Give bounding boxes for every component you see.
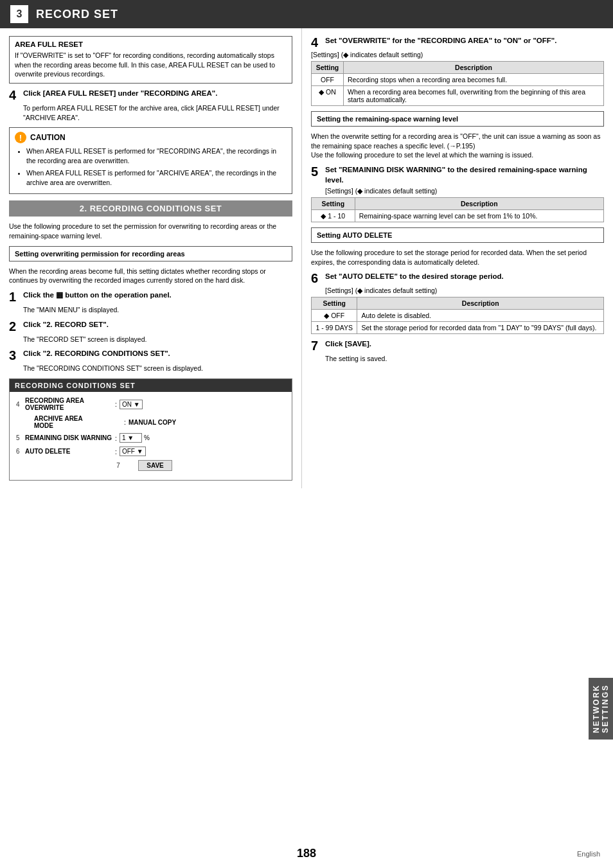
table-row-on: ◆ ON When a recording area becomes full,… (312, 86, 604, 106)
section2-header: 2. RECORDING CONDITIONS SET (9, 200, 292, 217)
step3-num: 3 (9, 349, 19, 362)
caution-header: ! CAUTION (15, 132, 287, 143)
step3-desc: The "RECORDING CONDITIONS SET" screen is… (23, 364, 292, 373)
label-archive-area: ARCHIVE AREA (34, 415, 124, 422)
caution-list: When AREA FULL RESET is performed for "R… (15, 146, 287, 187)
table-row-1-10: ◆ 1 - 10 Remaining-space warning level c… (312, 210, 604, 222)
step7-header: 7 Click [SAVE]. (311, 339, 604, 352)
step1-header: 1 Click the ▦ button on the operation pa… (9, 290, 292, 303)
label-autodelete: AUTO DELETE (25, 448, 115, 455)
step1-desc: The "MAIN MENU" is displayed. (23, 305, 292, 315)
screenshot-header: RECORDING CONDITIONS SET (10, 379, 292, 392)
subsection-autodelete-body: Use the following procedure to set the s… (311, 248, 604, 267)
page-number: 188 (297, 847, 316, 860)
step5-header: 5 Set "REMAINING DISK WARNING" to the de… (311, 165, 604, 185)
remaining-suffix: % (144, 434, 150, 441)
remaining-select[interactable]: 1 ▼ (120, 433, 142, 443)
row-num-6: 6 (16, 448, 25, 455)
step4-right-title: Set "OVERWRITE" for the "RECORDING AREA"… (325, 36, 557, 46)
caution-icon: ! (15, 132, 26, 143)
step6-note: [Settings] (◆ indicates default setting) (325, 287, 604, 294)
chapter-number: 3 (10, 5, 28, 23)
step7: 7 Click [SAVE]. The setting is saved. (311, 339, 604, 364)
label-overwrite: OVERWRITE (25, 404, 115, 411)
step6-table: Setting Description ◆ OFF Auto delete is… (311, 297, 604, 334)
step7-num: 7 (311, 339, 321, 352)
colon-autodelete: : (115, 448, 117, 456)
colon-remaining: : (115, 434, 117, 442)
setting-1-10: ◆ 1 - 10 (312, 210, 355, 222)
step4-left-title: Click [AREA FULL RESET] under "RECORDING… (23, 89, 217, 99)
screenshot-body: 4 RECORDING AREA OVERWRITE : ON ▼ ARCHIV… (10, 392, 292, 480)
step1-title: Click the ▦ button on the operation pane… (23, 290, 172, 301)
step4-right-header: 4 Set "OVERWRITE" for the "RECORDING ARE… (311, 36, 604, 49)
desc-on: When a recording area becomes full, over… (344, 86, 604, 106)
screenshot-row-remaining: 5 REMAINING DISK WARNING : 1 ▼ % (16, 433, 285, 443)
subsection-remaining-title: Setting the remaining-space warning leve… (317, 115, 598, 123)
subsection-remaining-body: When the overwrite setting for a recordi… (311, 132, 604, 160)
colon-overwrite: : (115, 400, 117, 408)
caution-box: ! CAUTION When AREA FULL RESET is perfor… (9, 127, 292, 194)
subsection-autodelete-title: Setting AUTO DELETE (317, 231, 598, 239)
page-header: 3 RECORD SET (0, 0, 613, 28)
step3-title: Click "2. RECORDING CONDITIONS SET". (23, 349, 170, 359)
language-label: English (577, 850, 600, 858)
area-full-reset-body: If "OVERWRITE" is set to "OFF" for recor… (15, 51, 287, 79)
row-num-4: 4 (16, 401, 25, 408)
autodelete-select[interactable]: OFF ▼ (120, 447, 146, 456)
label-mode: MODE (34, 422, 124, 429)
step4-right-num: 4 (311, 36, 321, 49)
step4-left-num: 4 (9, 89, 19, 102)
desc-days: Set the storage period for recorded data… (357, 322, 604, 334)
screenshot-row-autodelete: 6 AUTO DELETE : OFF ▼ (16, 447, 285, 456)
caution-item-1: When AREA FULL RESET is performed for "R… (26, 146, 287, 165)
step1-num: 1 (9, 290, 19, 303)
caution-title: CAUTION (30, 133, 66, 142)
step5-title: Set "REMAINING DISK WARNING" to the desi… (325, 165, 604, 185)
label-recording-area: RECORDING AREA (25, 397, 115, 404)
desc-off-delete: Auto delete is disabled. (357, 310, 604, 322)
colon-archive: : (124, 418, 126, 426)
subsection-remaining-box: Setting the remaining-space warning leve… (311, 111, 604, 127)
step5-note: [Settings] (◆ indicates default setting) (325, 187, 604, 195)
subsection-overwrite-body: When the recording areas become full, th… (9, 267, 292, 285)
step7-desc: The setting is saved. (325, 354, 604, 364)
right-column: 4 Set "OVERWRITE" for the "RECORDING ARE… (302, 28, 613, 488)
setting-on: ◆ ON (312, 86, 344, 106)
setting-off: OFF (312, 74, 344, 86)
area-full-reset-title: AREA FULL RESET (15, 40, 287, 48)
step5-num: 5 (311, 165, 321, 178)
desc-off: Recording stops when a recording area be… (344, 74, 604, 86)
th-setting-2: Setting (312, 198, 355, 210)
step6-num: 6 (311, 272, 321, 285)
step4-left-desc: To perform AREA FULL RESET for the archi… (23, 103, 292, 122)
table-row-days: 1 - 99 DAYS Set the storage period for r… (312, 322, 604, 334)
step3-header: 3 Click "2. RECORDING CONDITIONS SET". (9, 349, 292, 362)
table-row-off-delete: ◆ OFF Auto delete is disabled. (312, 310, 604, 322)
desc-1-10: Remaining-space warning level can be set… (355, 210, 603, 222)
step3: 3 Click "2. RECORDING CONDITIONS SET". T… (9, 349, 292, 373)
step5-table: Setting Description ◆ 1 - 10 Remaining-s… (311, 197, 604, 222)
overwrite-select[interactable]: ON ▼ (120, 400, 143, 409)
subsection-autodelete-box: Setting AUTO DELETE (311, 227, 604, 243)
section2-intro: Use the following procedure to set the p… (9, 222, 292, 240)
step4-right-note: [Settings] (◆ indicates default setting) (311, 51, 604, 58)
main-content: AREA FULL RESET If "OVERWRITE" is set to… (0, 28, 613, 488)
label-remaining: REMAINING DISK WARNING (25, 434, 115, 441)
archive-value: MANUAL COPY (129, 419, 176, 426)
step2-header: 2 Click "2. RECORD SET". (9, 320, 292, 333)
subsection-overwrite-box: Setting overwriting permission for recor… (9, 246, 292, 261)
row-num-7: 7 (116, 462, 125, 469)
step2-title: Click "2. RECORD SET". (23, 320, 109, 330)
th-setting-1: Setting (312, 62, 344, 74)
caution-item-2: When AREA FULL RESET is performed for "A… (26, 168, 287, 187)
step2: 2 Click "2. RECORD SET". The "RECORD SET… (9, 320, 292, 344)
th-description-2: Description (355, 198, 603, 210)
step1: 1 Click the ▦ button on the operation pa… (9, 290, 292, 315)
setting-off-delete: ◆ OFF (312, 310, 357, 322)
chapter-title: RECORD SET (36, 8, 118, 21)
network-settings-tab: NETWORKSETTINGS (589, 678, 613, 740)
save-button[interactable]: SAVE (138, 460, 172, 471)
screenshot-row-overwrite: 4 RECORDING AREA OVERWRITE : ON ▼ (16, 397, 285, 411)
th-description-1: Description (344, 62, 604, 74)
